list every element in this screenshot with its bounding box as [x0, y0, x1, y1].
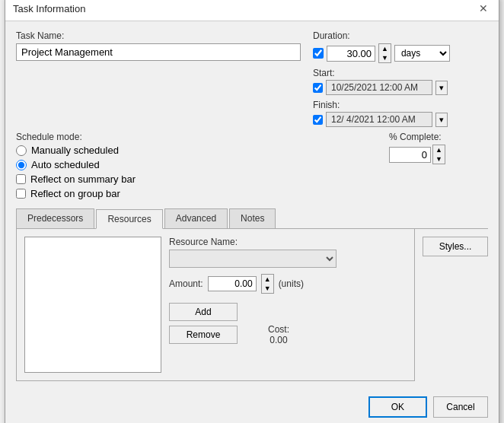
duration-down-btn[interactable]: ▼: [379, 53, 391, 62]
schedule-col: Schedule mode: Manually scheduled Auto s…: [16, 132, 359, 202]
amount-label: Amount:: [169, 278, 203, 289]
resource-name-field: Resource Name:: [169, 237, 407, 268]
cost-label: Cost:: [268, 324, 289, 335]
finish-checkbox[interactable]: [313, 115, 323, 125]
duration-spinner[interactable]: ▲ ▼: [378, 43, 391, 63]
cancel-button[interactable]: Cancel: [433, 396, 488, 418]
pct-complete-input[interactable]: [389, 147, 431, 163]
top-sections: Task Name: Duration: ▲ ▼ days hours mi: [16, 30, 488, 127]
tab-advanced[interactable]: Advanced: [164, 208, 228, 228]
close-button[interactable]: ✕: [476, 1, 491, 16]
reflect-group-row: Reflect on group bar: [16, 188, 359, 199]
start-value: 10/25/2021 12:00 AM: [326, 80, 432, 95]
start-section: Start: 10/25/2021 12:00 AM ▾: [313, 68, 488, 95]
start-row: 10/25/2021 12:00 AM ▾: [313, 80, 488, 95]
tab-notes[interactable]: Notes: [229, 208, 276, 228]
reflect-summary-label: Reflect on summary bar: [30, 173, 136, 185]
reflect-summary-checkbox[interactable]: [16, 174, 26, 184]
task-name-label: Task Name:: [16, 30, 301, 41]
title-bar: Task Information ✕: [5, 0, 499, 21]
manual-radio-row: Manually scheduled: [16, 145, 359, 156]
reflect-summary-row: Reflect on summary bar: [16, 173, 359, 185]
pct-complete-label: % Complete:: [389, 132, 488, 142]
finish-label: Finish:: [313, 100, 488, 110]
task-name-input[interactable]: [16, 43, 301, 61]
finish-calendar-btn[interactable]: ▾: [435, 113, 448, 127]
resource-buttons: Add Remove Cost: 0.00: [169, 303, 407, 345]
start-checkbox[interactable]: [313, 83, 323, 93]
tab-resources[interactable]: Resources: [96, 209, 162, 229]
schedule-section: Schedule mode: Manually scheduled Auto s…: [16, 132, 488, 202]
auto-radio-row: Auto scheduled: [16, 159, 359, 170]
auto-label: Auto scheduled: [31, 159, 100, 170]
units-label: (units): [279, 278, 304, 289]
pct-down-btn[interactable]: ▼: [433, 154, 445, 164]
schedule-mode-label: Schedule mode:: [16, 132, 359, 142]
amount-row: Amount: ▲ ▼ (units): [169, 274, 407, 294]
dialog-title: Task Information: [13, 3, 85, 14]
duration-unit-select[interactable]: days hours minutes weeks months: [394, 45, 450, 62]
duration-checkbox[interactable]: [313, 48, 324, 59]
duration-row: ▲ ▼ days hours minutes weeks months: [313, 43, 488, 63]
resources-tab-content: Resource Name: Amount: ▲ ▼ (units): [16, 229, 415, 381]
add-resource-button[interactable]: Add: [169, 303, 238, 321]
auto-radio[interactable]: [16, 160, 27, 170]
reflect-group-checkbox[interactable]: [16, 189, 26, 199]
start-label: Start:: [313, 68, 488, 78]
amount-up-btn[interactable]: ▲: [262, 275, 273, 284]
cost-value: 0.00: [268, 335, 289, 345]
side-buttons: Styles...: [415, 229, 488, 381]
dialog-footer: OK Cancel: [5, 390, 499, 423]
tab-content-area: Resource Name: Amount: ▲ ▼ (units): [16, 229, 488, 381]
start-calendar-btn[interactable]: ▾: [435, 81, 448, 95]
amount-down-btn[interactable]: ▼: [262, 284, 273, 293]
amount-spinner[interactable]: ▲ ▼: [261, 274, 274, 294]
pct-complete-col: % Complete: ▲ ▼: [389, 132, 488, 202]
resource-name-select[interactable]: [169, 250, 337, 268]
reflect-group-label: Reflect on group bar: [30, 188, 120, 199]
tab-predecessors[interactable]: Predecessors: [16, 208, 94, 228]
manual-label: Manually scheduled: [31, 145, 119, 156]
task-information-dialog: Task Information ✕ Task Name: Duration: …: [5, 0, 499, 423]
dialog-body: Task Name: Duration: ▲ ▼ days hours mi: [5, 21, 499, 390]
remove-resource-button[interactable]: Remove: [169, 326, 238, 344]
tabs-bar: Predecessors Resources Advanced Notes: [16, 208, 488, 229]
cost-section: Cost: 0.00: [268, 324, 289, 345]
task-name-section: Task Name:: [16, 30, 301, 127]
finish-value: 12/ 4/2021 12:00 AM: [326, 112, 432, 127]
pct-input-row: ▲ ▼: [389, 145, 488, 164]
right-top-section: Duration: ▲ ▼ days hours minutes weeks m…: [313, 30, 488, 127]
resource-list-box: [24, 237, 161, 373]
ok-button[interactable]: OK: [368, 396, 427, 418]
styles-button[interactable]: Styles...: [423, 237, 488, 256]
finish-row: 12/ 4/2021 12:00 AM ▾: [313, 112, 488, 127]
remove-cost-row: Remove Cost: 0.00: [169, 324, 407, 345]
pct-spinner[interactable]: ▲ ▼: [432, 145, 445, 164]
manual-radio[interactable]: [16, 145, 27, 156]
resource-name-label: Resource Name:: [169, 237, 407, 247]
resource-right: Resource Name: Amount: ▲ ▼ (units): [169, 237, 407, 373]
duration-up-btn[interactable]: ▲: [379, 44, 391, 53]
duration-input[interactable]: [327, 46, 375, 62]
duration-label: Duration:: [313, 30, 488, 41]
amount-input[interactable]: [208, 276, 257, 291]
finish-section: Finish: 12/ 4/2021 12:00 AM ▾: [313, 100, 488, 127]
pct-up-btn[interactable]: ▲: [433, 145, 445, 154]
